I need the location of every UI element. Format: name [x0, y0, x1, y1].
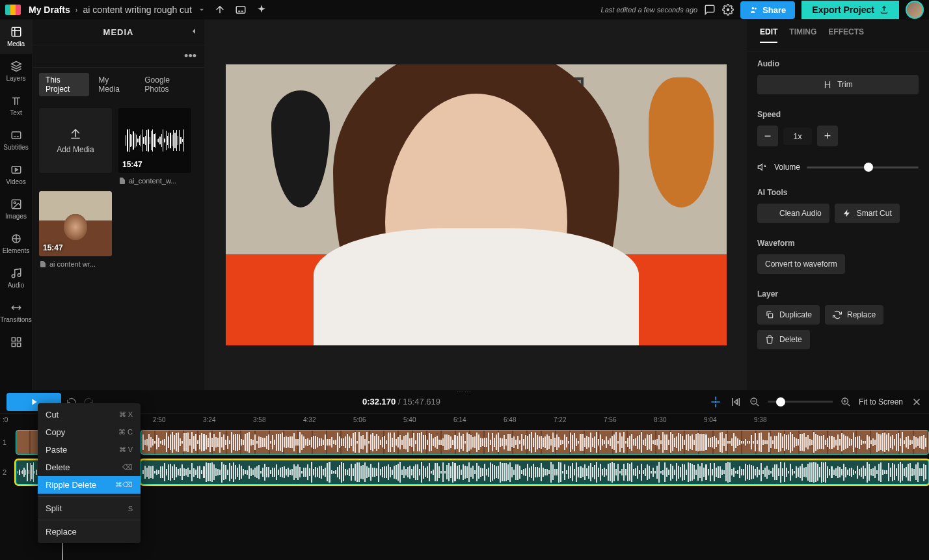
- timecode: 0:32.170 / 15:47.619: [362, 397, 440, 407]
- media-panel: MEDIA ••• This Project My Media Google P…: [33, 20, 205, 390]
- fit-to-screen-button[interactable]: Fit to Screen: [859, 397, 903, 407]
- ctx-paste[interactable]: Paste⌘ V: [38, 441, 141, 459]
- audio-icon: [765, 209, 774, 218]
- project-name[interactable]: ai content writing rough cut: [83, 5, 191, 15]
- layer-label: Layer: [757, 289, 919, 299]
- waveform-label: Waveform: [757, 239, 919, 248]
- svg-rect-0: [236, 7, 245, 14]
- speed-label: Speed: [757, 110, 919, 119]
- chevron-down-icon[interactable]: [197, 5, 206, 14]
- chevron-right-icon: ›: [75, 6, 78, 14]
- media-item-audio[interactable]: 15:47 ai_content_w...: [118, 108, 191, 185]
- drag-handle-icon[interactable]: ⋯⋯: [457, 388, 472, 395]
- svg-rect-4: [12, 27, 21, 36]
- tab-my-media[interactable]: My Media: [92, 73, 135, 96]
- collapse-icon[interactable]: [189, 26, 199, 38]
- export-button[interactable]: Export Project: [801, 1, 899, 19]
- track-1: 1: [16, 429, 929, 455]
- file-icon: [39, 260, 47, 268]
- tab-google-photos[interactable]: Google Photos: [138, 73, 198, 96]
- nav-more[interactable]: [0, 330, 32, 354]
- nav-media[interactable]: Media: [0, 20, 32, 54]
- ruler-tick: :0: [3, 416, 8, 423]
- speed-value[interactable]: 1x: [783, 127, 812, 145]
- tab-this-project[interactable]: This Project: [39, 73, 89, 96]
- duplicate-button[interactable]: Duplicate: [757, 305, 820, 325]
- nav-layers[interactable]: Layers: [0, 54, 32, 88]
- trim-icon: [823, 80, 832, 89]
- ctx-ripple-delete[interactable]: Ripple Delete⌘⌫: [38, 476, 141, 494]
- people-icon: [749, 5, 759, 14]
- gear-icon[interactable]: [722, 4, 734, 16]
- ruler-tick: 4:32: [303, 416, 316, 423]
- context-menu: Cut⌘ XCopy⌘ CPaste⌘ VDelete⌫Ripple Delet…: [38, 403, 141, 543]
- ruler-tick: 3:24: [203, 416, 215, 423]
- ruler-tick: 5:06: [353, 416, 366, 423]
- svg-rect-14: [768, 313, 772, 317]
- media-item-video[interactable]: 15:47 ai content wr...: [39, 191, 112, 268]
- trim-button[interactable]: Trim: [757, 75, 919, 94]
- tab-edit[interactable]: EDIT: [760, 27, 777, 43]
- ctx-split[interactable]: SplitS: [38, 500, 141, 517]
- ruler-tick: 7:56: [604, 416, 616, 423]
- nav-audio[interactable]: Audio: [0, 261, 32, 295]
- preview-canvas[interactable]: [205, 20, 747, 390]
- svg-rect-13: [17, 343, 20, 347]
- ai-tools-label: AI Tools: [757, 188, 919, 197]
- svg-point-3: [755, 8, 757, 10]
- svg-rect-12: [12, 343, 15, 347]
- refresh-icon: [833, 310, 842, 319]
- ruler-tick: 7:22: [554, 416, 566, 423]
- speed-increase-button[interactable]: +: [817, 126, 838, 146]
- ctx-cut[interactable]: Cut⌘ X: [38, 406, 141, 423]
- upload-icon[interactable]: [214, 4, 226, 16]
- upload-icon: [69, 127, 82, 140]
- sparkle-icon[interactable]: [256, 4, 267, 16]
- more-icon[interactable]: •••: [33, 46, 204, 68]
- trash-icon: [765, 335, 774, 344]
- ctx-replace[interactable]: Replace: [38, 523, 141, 540]
- nav-videos[interactable]: Videos: [0, 157, 32, 192]
- properties-panel: EDIT TIMING EFFECTS Audio Trim Speed − 1…: [747, 20, 929, 390]
- speed-decrease-button[interactable]: −: [757, 126, 778, 146]
- volume-icon[interactable]: [757, 162, 768, 172]
- nav-elements[interactable]: Elements: [0, 226, 32, 261]
- clip-video-2[interactable]: [141, 430, 929, 455]
- zoom-in-icon[interactable]: [841, 397, 851, 407]
- ctx-copy[interactable]: Copy⌘ C: [38, 423, 141, 441]
- logo[interactable]: [5, 5, 21, 15]
- nav-text[interactable]: Text: [0, 88, 32, 123]
- avatar[interactable]: [906, 1, 924, 19]
- snap-icon[interactable]: [709, 395, 722, 408]
- nav-subtitles[interactable]: Subtitles: [0, 123, 32, 157]
- zoom-slider[interactable]: [768, 401, 833, 403]
- breadcrumb-root[interactable]: My Drafts: [29, 5, 70, 15]
- nav-images[interactable]: Images: [0, 192, 32, 226]
- comment-icon[interactable]: [704, 4, 716, 16]
- volume-slider[interactable]: [807, 167, 919, 168]
- replace-button[interactable]: Replace: [825, 305, 883, 325]
- ruler-tick: 6:14: [453, 416, 466, 423]
- ctx-delete[interactable]: Delete⌫: [38, 459, 141, 476]
- smart-cut-button[interactable]: Smart Cut: [835, 204, 900, 223]
- nav-transitions[interactable]: Transitions: [0, 295, 32, 330]
- svg-point-1: [727, 8, 730, 12]
- ruler-tick: 5:40: [403, 416, 416, 423]
- clip-audio-2[interactable]: [141, 460, 929, 485]
- skip-icon[interactable]: [730, 396, 742, 408]
- svg-point-2: [752, 7, 755, 9]
- close-icon[interactable]: [911, 396, 922, 408]
- add-media-button[interactable]: Add Media: [39, 108, 112, 173]
- breadcrumb: My Drafts › ai content writing rough cut: [29, 5, 206, 15]
- convert-waveform-button[interactable]: Convert to waveform: [757, 254, 845, 274]
- ruler-tick: 6:48: [504, 416, 516, 423]
- delete-button[interactable]: Delete: [757, 330, 810, 349]
- zoom-out-icon[interactable]: [749, 397, 760, 407]
- svg-rect-11: [17, 338, 20, 341]
- audio-label: Audio: [757, 59, 919, 68]
- share-button[interactable]: Share: [740, 1, 795, 19]
- clean-audio-button[interactable]: Clean Audio: [757, 204, 829, 223]
- subtitle-icon[interactable]: [235, 4, 247, 16]
- tab-effects[interactable]: EFFECTS: [828, 27, 864, 43]
- tab-timing[interactable]: TIMING: [789, 27, 816, 43]
